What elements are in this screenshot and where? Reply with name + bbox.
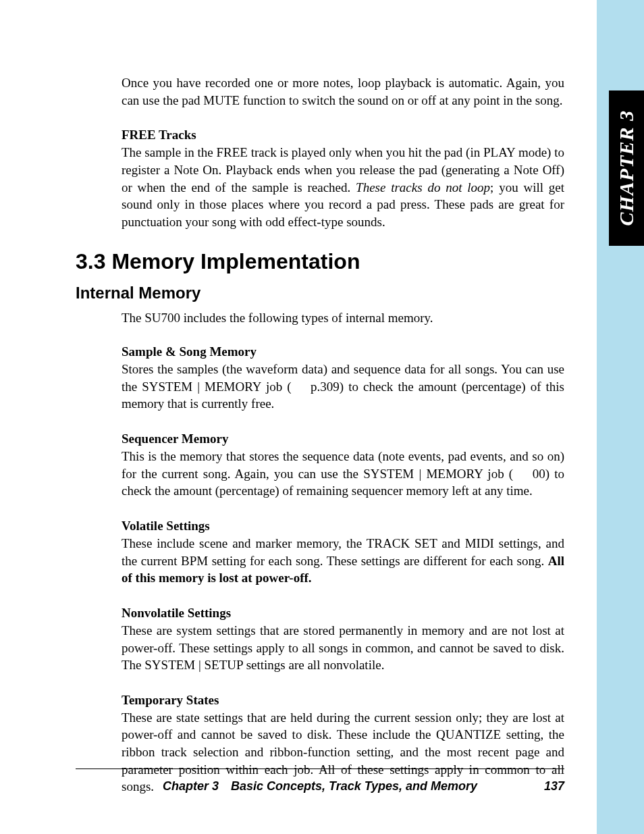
sub-heading: Volatile Settings	[122, 519, 564, 533]
section-heading: 3.3 Memory Implementation	[76, 249, 564, 274]
footer-rule	[76, 768, 564, 769]
intro-paragraph: Once you have recorded one or more notes…	[122, 74, 564, 109]
subsection-heading: Internal Memory	[76, 284, 564, 303]
chapter-tab-label: CHAPTER 3	[615, 110, 638, 226]
page-footer: Chapter 3 Basic Concepts, Track Types, a…	[76, 779, 564, 793]
sample-song-block: Sample & Song Memory Stores the samples …	[122, 344, 564, 413]
sub-heading: Nonvolatile Settings	[122, 606, 564, 621]
body-text: Stores the samples (the waveform data) a…	[122, 361, 564, 413]
free-tracks-block: FREE Tracks The sample in the FREE track…	[122, 128, 564, 230]
sub-heading: FREE Tracks	[122, 128, 564, 142]
body-text: These include scene and marker memory, t…	[122, 535, 564, 587]
nonvolatile-block: Nonvolatile Settings These are system se…	[122, 606, 564, 674]
body-text: These are system settings that are store…	[122, 622, 564, 674]
text-run: These include scene and marker memory, t…	[122, 536, 564, 568]
body-text: The sample in the FREE track is played o…	[122, 144, 564, 230]
chapter-tab: CHAPTER 3	[609, 90, 644, 246]
body-text: This is the memory that stores the seque…	[122, 448, 564, 500]
body-text: Once you have recorded one or more notes…	[122, 74, 564, 109]
italic-run: These tracks do not loop	[356, 180, 490, 194]
sub-heading: Sequencer Memory	[122, 432, 564, 446]
sequencer-block: Sequencer Memory This is the memory that…	[122, 432, 564, 500]
page-content: Once you have recorded one or more notes…	[0, 0, 597, 834]
body-text: The SU700 includes the following types o…	[122, 309, 564, 327]
sub-heading: Sample & Song Memory	[122, 344, 564, 359]
footer-chapter-title: Chapter 3 Basic Concepts, Track Types, a…	[163, 779, 477, 793]
volatile-block: Volatile Settings These include scene an…	[122, 519, 564, 587]
sub-heading: Temporary States	[122, 693, 564, 708]
footer-page-number: 137	[544, 779, 564, 793]
